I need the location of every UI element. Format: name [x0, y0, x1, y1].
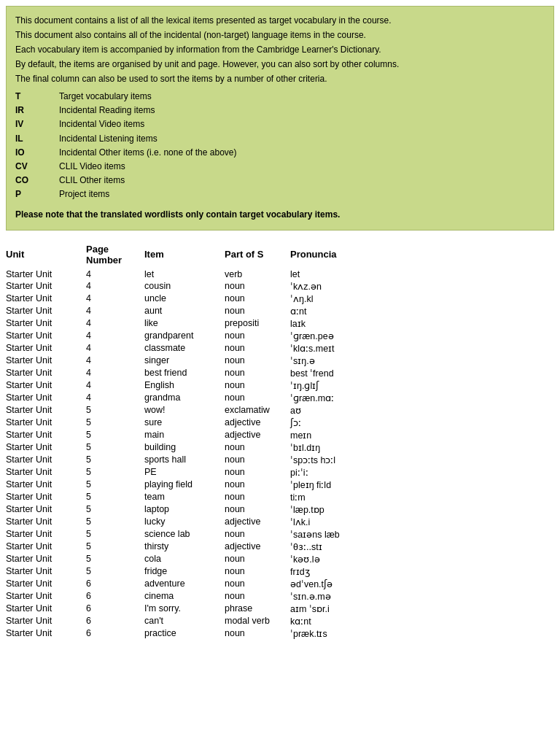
cell-8-2: best friend: [144, 367, 225, 379]
cell-0-4: let: [290, 268, 554, 280]
cell-20-3: adjective: [225, 516, 290, 528]
cell-12-4: ʃɔː: [290, 417, 554, 429]
cell-0-0: Starter Unit: [6, 268, 86, 280]
cell-29-3: noun: [225, 627, 290, 640]
legend-row-2: IVIncidental Video items: [15, 117, 545, 131]
cell-24-3: noun: [225, 565, 290, 578]
table-row: Starter Unit6I'm sorry.phraseaɪm ˈsɒr.i: [6, 603, 554, 615]
cell-12-2: sure: [144, 417, 225, 429]
legend-val-6: CLIL Other items: [59, 174, 125, 187]
legend-row-3: ILIncidental Listening items: [15, 132, 545, 146]
cell-3-4: ɑːnt: [290, 305, 554, 317]
cell-23-4: ˈkəʊ.lə: [290, 553, 554, 565]
table-row: Starter Unit5wow!exclamatiwaʊ: [6, 404, 554, 417]
cell-14-0: Starter Unit: [6, 441, 86, 454]
table-row: Starter Unit4unclenounˈʌŋ.kl: [6, 293, 554, 305]
cell-24-4: frɪdʒ: [290, 565, 554, 578]
table-row: Starter Unit5thirstyadjectiveˈθɜː..stɪ: [6, 541, 554, 553]
cell-6-3: noun: [225, 342, 290, 355]
legend-row-4: IOIncidental Other items (i.e. none of t…: [15, 146, 545, 160]
cell-15-2: sports hall: [144, 454, 225, 466]
table-row: Starter Unit5sports hallnounˈspɔːts hɔːl: [6, 454, 554, 466]
cell-19-2: laptop: [144, 503, 225, 516]
cell-7-1: 4: [86, 355, 144, 367]
cell-13-2: main: [144, 429, 225, 441]
cell-14-2: building: [144, 441, 225, 454]
legend-key-6: CO: [15, 174, 59, 187]
cell-16-1: 5: [86, 466, 144, 479]
cell-21-2: science lab: [144, 528, 225, 541]
cell-2-1: 4: [86, 293, 144, 305]
cell-16-2: PE: [144, 466, 225, 479]
cell-20-2: lucky: [144, 516, 225, 528]
cell-4-2: like: [144, 317, 225, 330]
legend-key-3: IL: [15, 132, 59, 146]
cell-26-2: cinema: [144, 590, 225, 603]
cell-4-1: 4: [86, 317, 144, 330]
cell-12-0: Starter Unit: [6, 417, 86, 429]
cell-23-0: Starter Unit: [6, 553, 86, 565]
info-note: Please note that the translated wordlist…: [15, 208, 545, 221]
table-row: Starter Unit4auntnounɑːnt: [6, 305, 554, 317]
cell-28-4: kɑːnt: [290, 615, 554, 627]
cell-11-1: 5: [86, 404, 144, 417]
cell-29-1: 6: [86, 627, 144, 640]
info-box: This document contains a list of all the…: [6, 6, 554, 231]
legend-row-1: IRIncidental Reading items: [15, 104, 545, 117]
cell-22-1: 5: [86, 541, 144, 553]
col-header-pronuncia: Pronuncia: [290, 242, 554, 268]
cell-15-0: Starter Unit: [6, 454, 86, 466]
legend-row-0: TTarget vocabulary items: [15, 90, 545, 104]
legend-key-7: P: [15, 187, 59, 201]
cell-15-3: noun: [225, 454, 290, 466]
legend-val-3: Incidental Listening items: [59, 132, 158, 146]
cell-18-2: team: [144, 491, 225, 503]
cell-13-1: 5: [86, 429, 144, 441]
table-row: Starter Unit5teamnountiːm: [6, 491, 554, 503]
cell-5-1: 4: [86, 330, 144, 342]
cell-16-0: Starter Unit: [6, 466, 86, 479]
cell-1-0: Starter Unit: [6, 280, 86, 293]
col-header-item: Item: [144, 242, 225, 268]
cell-18-4: tiːm: [290, 491, 554, 503]
cell-27-2: I'm sorry.: [144, 603, 225, 615]
legend-row-5: CVCLIL Video items: [15, 160, 545, 174]
table-row: Starter Unit4classmatenounˈklɑːs.meɪt: [6, 342, 554, 355]
table-row: Starter Unit4cousinnounˈkʌz.ən: [6, 280, 554, 293]
cell-9-1: 4: [86, 379, 144, 392]
cell-18-0: Starter Unit: [6, 491, 86, 503]
table-row: Starter Unit5luckyadjectiveˈlʌk.i: [6, 516, 554, 528]
table-row: Starter Unit6adventurenounədˈven.tʃə: [6, 578, 554, 590]
cell-17-3: noun: [225, 479, 290, 491]
cell-29-0: Starter Unit: [6, 627, 86, 640]
cell-27-3: phrase: [225, 603, 290, 615]
cell-9-2: English: [144, 379, 225, 392]
cell-11-4: aʊ: [290, 404, 554, 417]
cell-6-0: Starter Unit: [6, 342, 86, 355]
table-body: Starter Unit4letverbletStarter Unit4cous…: [6, 268, 554, 640]
cell-5-4: ˈɡræn.peə: [290, 330, 554, 342]
col-header-unit: Unit: [6, 242, 86, 268]
cell-3-1: 4: [86, 305, 144, 317]
cell-1-3: noun: [225, 280, 290, 293]
table-row: Starter Unit5buildingnounˈbɪl.dɪŋ: [6, 441, 554, 454]
cell-4-0: Starter Unit: [6, 317, 86, 330]
cell-23-3: noun: [225, 553, 290, 565]
cell-2-2: uncle: [144, 293, 225, 305]
cell-19-4: ˈlæp.tɒp: [290, 503, 554, 516]
cell-0-1: 4: [86, 268, 144, 280]
cell-1-4: ˈkʌz.ən: [290, 280, 554, 293]
legend-key-2: IV: [15, 117, 59, 131]
cell-25-2: adventure: [144, 578, 225, 590]
cell-18-3: noun: [225, 491, 290, 503]
cell-9-3: noun: [225, 379, 290, 392]
table-row: Starter Unit4Englishnounˈɪŋ.ɡlɪʃ: [6, 379, 554, 392]
table-row: Starter Unit6cinemanounˈsɪn.ə.mə: [6, 590, 554, 603]
cell-15-1: 5: [86, 454, 144, 466]
table-row: Starter Unit6can'tmodal verbkɑːnt: [6, 615, 554, 627]
cell-22-3: adjective: [225, 541, 290, 553]
cell-21-3: noun: [225, 528, 290, 541]
vocabulary-table: UnitPage NumberItemPart of SPronuncia St…: [6, 242, 554, 640]
cell-10-3: noun: [225, 392, 290, 404]
cell-23-1: 5: [86, 553, 144, 565]
